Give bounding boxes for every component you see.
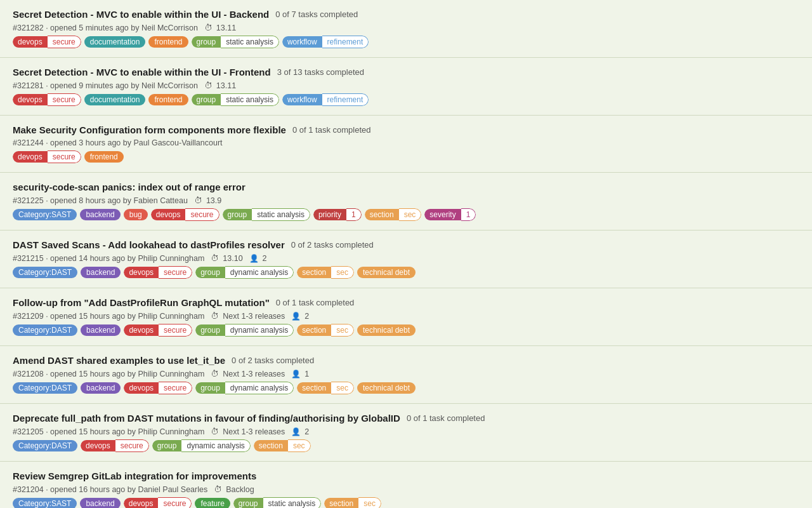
issue-task-count: 0 of 2 tasks completed: [232, 356, 314, 365]
tag-devops-secure[interactable]: devopssecure: [13, 36, 81, 48]
tag-backend[interactable]: backend: [80, 209, 120, 220]
issue-title[interactable]: Follow-up from "Add DastProfileRun Graph…: [13, 297, 270, 308]
issue-title[interactable]: Deprecate full_path from DAST mutations …: [13, 413, 400, 424]
tag-group-static-analysis[interactable]: groupstatic analysis: [223, 208, 310, 221]
issue-tags-row: devopssecuredocumentationfrontendgroupst…: [13, 93, 799, 106]
issue-title[interactable]: Amend DAST shared examples to use let_it…: [13, 355, 225, 366]
tag-backend[interactable]: backend: [81, 267, 121, 278]
tag-documentation[interactable]: documentation: [84, 94, 146, 105]
issue-title[interactable]: Review Semgrep GitLab integration for im…: [13, 471, 256, 481]
issue-meta-row: #321205 · opened 15 hours ago by Philip …: [13, 427, 799, 436]
issue-tags-row: Category:DASTbackenddevopssecuregroupdyn…: [13, 266, 799, 279]
tag-devops-secure[interactable]: devopssecure: [81, 439, 149, 452]
tag-frontend[interactable]: frontend: [84, 151, 124, 163]
tag-section-sec[interactable]: sectionsec: [297, 266, 354, 279]
issue-task-count: 0 of 1 task completed: [292, 125, 371, 135]
issue-tags-row: Category:SASTbackendbugdevopssecuregroup…: [13, 208, 799, 221]
issue-number[interactable]: #321282 · opened 5 minutes ago by Neil M…: [13, 23, 198, 32]
tag-devops-secure[interactable]: devopssecure: [124, 324, 192, 337]
issue-milestone: Next 1-3 releases: [223, 370, 285, 378]
issue-number[interactable]: #321215 · opened 14 hours ago by Philip …: [13, 254, 204, 263]
tag-group-dynamic-analysis[interactable]: groupdynamic analysis: [195, 382, 294, 394]
tag-documentation[interactable]: documentation: [84, 36, 146, 48]
issue-milestone: Next 1-3 releases: [223, 427, 285, 436]
issue-title[interactable]: Secret Detection - MVC to enable within …: [13, 67, 271, 77]
issue-item: Review Semgrep GitLab integration for im…: [0, 462, 812, 508]
issue-number[interactable]: #321209 · opened 15 hours ago by Philip …: [13, 312, 204, 321]
tag-technical-debt[interactable]: technical debt: [357, 382, 416, 394]
tag-section-sec[interactable]: sectionsec: [365, 208, 422, 221]
issue-meta-row: #321204 · opened 16 hours ago by Daniel …: [13, 485, 799, 494]
issue-assignees: 2: [263, 254, 267, 263]
issue-item: Follow-up from "Add DastProfileRun Graph…: [0, 288, 812, 346]
tag-section-sec[interactable]: sectionsec: [297, 324, 354, 337]
issue-number[interactable]: #321244 · opened 3 hours ago by Paul Gas…: [13, 138, 223, 147]
issue-task-count: 3 of 13 tasks completed: [277, 67, 364, 77]
issue-milestone: Backlog: [226, 485, 254, 494]
issue-number[interactable]: #321205 · opened 15 hours ago by Philip …: [13, 427, 204, 436]
tag-category-dast[interactable]: Category:DAST: [13, 382, 77, 394]
issue-title[interactable]: Secret Detection - MVC to enable within …: [13, 9, 269, 20]
issue-meta-row: #321208 · opened 15 hours ago by Philip …: [13, 369, 799, 378]
tag-devops-secure[interactable]: devopssecure: [124, 382, 192, 394]
tag-backend[interactable]: backend: [81, 324, 121, 336]
issue-number[interactable]: #321281 · opened 9 minutes ago by Neil M…: [13, 81, 198, 90]
tag-category-sast[interactable]: Category:SAST: [13, 209, 77, 220]
issue-tags-row: Category:DASTbackenddevopssecuregroupdyn…: [13, 324, 799, 337]
issue-task-count: 0 of 2 tasks completed: [291, 240, 374, 250]
issue-number[interactable]: #321204 · opened 16 hours ago by Daniel …: [13, 485, 207, 494]
tag-group-dynamic-analysis[interactable]: groupdynamic analysis: [195, 324, 294, 337]
issue-item: security-code-scan panics: index out of …: [0, 173, 812, 231]
tag-backend[interactable]: backend: [81, 382, 121, 394]
issue-title-row: Make Security Configuration form compone…: [13, 124, 799, 135]
issue-milestone: Next 1-3 releases: [223, 312, 285, 321]
clock-icon: ⏱: [211, 253, 219, 263]
tag-frontend[interactable]: frontend: [148, 94, 188, 105]
tag-priority-1[interactable]: priority1: [313, 208, 362, 221]
tag-category-dast[interactable]: Category:DAST: [13, 267, 77, 278]
tag-devops-secure[interactable]: devopssecure: [124, 266, 192, 279]
issue-meta-row: #321244 · opened 3 hours ago by Paul Gas…: [13, 138, 799, 147]
tag-section-sec[interactable]: sectionsec: [254, 439, 311, 452]
issue-title[interactable]: DAST Saved Scans - Add lookahead to dast…: [13, 239, 285, 250]
tag-group-static-analysis[interactable]: groupstatic analysis: [233, 497, 321, 508]
tag-frontend[interactable]: frontend: [148, 36, 188, 48]
tag-severity-1[interactable]: severity1: [424, 208, 476, 221]
issue-milestone: 13.11: [216, 23, 236, 32]
tag-section-sec[interactable]: sectionsec: [324, 497, 381, 508]
tag-group-static-analysis[interactable]: groupstatic analysis: [192, 36, 279, 48]
tag-category-sast[interactable]: Category:SAST: [13, 498, 77, 508]
clock-icon: ⏱: [214, 485, 222, 494]
tag-workflow-refinement[interactable]: workflowrefinement: [282, 36, 369, 48]
clock-icon: ⏱: [211, 427, 219, 436]
tag-feature[interactable]: feature: [195, 498, 230, 508]
tag-devops-secure[interactable]: devopssecure: [13, 150, 81, 163]
tag-group-static-analysis[interactable]: groupstatic analysis: [192, 93, 279, 106]
issue-list: Secret Detection - MVC to enable within …: [0, 0, 812, 508]
tag-section-sec[interactable]: sectionsec: [297, 382, 354, 394]
tag-technical-debt[interactable]: technical debt: [357, 324, 416, 336]
issue-tags-row: Category:SASTbackenddevopssecurefeatureg…: [13, 497, 799, 508]
tag-backend[interactable]: backend: [80, 498, 120, 508]
issue-milestone: 13.10: [223, 254, 242, 263]
tag-technical-debt[interactable]: technical debt: [357, 267, 416, 278]
clock-icon: ⏱: [211, 311, 219, 321]
issue-task-count: 0 of 7 tasks completed: [275, 10, 358, 19]
tag-devops-secure[interactable]: devopssecure: [13, 93, 81, 106]
tag-group-dynamic-analysis[interactable]: groupdynamic analysis: [195, 266, 294, 279]
issue-number[interactable]: #321225 · opened 8 hours ago by Fabien C…: [13, 196, 188, 205]
issue-item: Secret Detection - MVC to enable within …: [0, 0, 812, 58]
tag-bug[interactable]: bug: [124, 209, 148, 220]
tag-workflow-refinement[interactable]: workflowrefinement: [282, 93, 369, 106]
tag-category-dast[interactable]: Category:DAST: [13, 440, 77, 451]
issue-title[interactable]: security-code-scan panics: index out of …: [13, 182, 246, 192]
issue-title-row: security-code-scan panics: index out of …: [13, 182, 799, 192]
issue-meta-row: #321215 · opened 14 hours ago by Philip …: [13, 253, 799, 263]
tag-group-dynamic-analysis[interactable]: groupdynamic analysis: [152, 439, 251, 452]
issue-number[interactable]: #321208 · opened 15 hours ago by Philip …: [13, 370, 204, 378]
tag-devops-secure[interactable]: devopssecure: [151, 208, 219, 221]
issue-title[interactable]: Make Security Configuration form compone…: [13, 124, 286, 135]
tag-category-dast[interactable]: Category:DAST: [13, 324, 77, 336]
tag-devops-secure[interactable]: devopssecure: [124, 497, 192, 508]
issue-item: Secret Detection - MVC to enable within …: [0, 58, 812, 116]
